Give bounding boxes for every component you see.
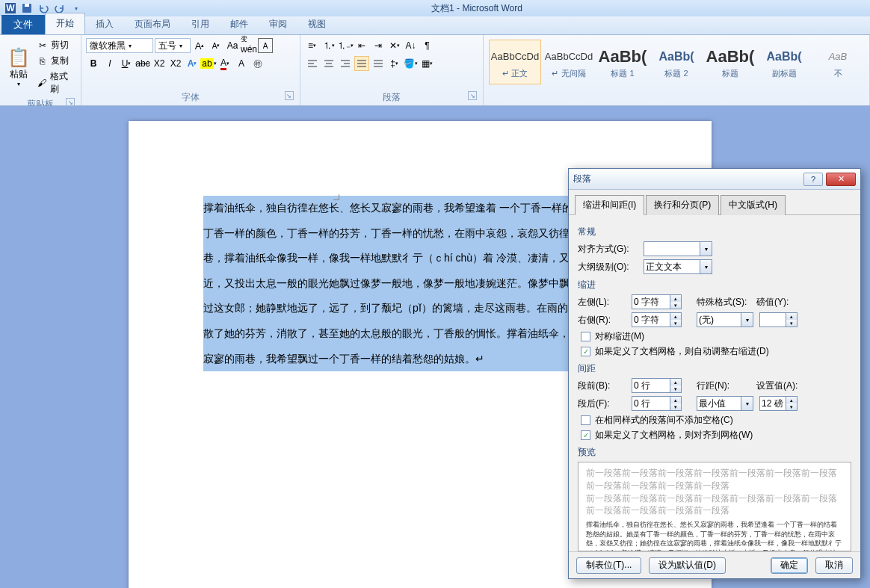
default-button[interactable]: 设为默认值(D) <box>649 557 726 574</box>
after-spin[interactable]: ▴▾ <box>632 396 682 411</box>
up-arrow-icon[interactable]: ▴ <box>670 313 681 320</box>
tab-asian[interactable]: 中文版式(H) <box>721 195 786 215</box>
align-justify-button[interactable] <box>354 56 369 71</box>
down-arrow-icon[interactable]: ▾ <box>670 302 681 309</box>
font-name-combo[interactable]: 微软雅黑▾ <box>86 38 153 53</box>
subscript-button[interactable]: X2 <box>152 56 167 71</box>
phonetic-guide-button[interactable]: 变wén <box>241 38 256 53</box>
underline-button[interactable]: U▾ <box>119 56 134 71</box>
format-painter-button[interactable]: 🖌格式刷 <box>36 69 76 96</box>
at-spin[interactable]: ▴▾ <box>759 396 798 411</box>
char-shading-button[interactable]: A <box>234 56 249 71</box>
asian-layout-button[interactable]: ✕▾ <box>387 38 402 53</box>
enclose-char-button[interactable]: ㊕ <box>250 56 265 71</box>
grow-font-button[interactable]: A▴ <box>192 38 207 53</box>
outline-level-combo[interactable] <box>644 259 700 274</box>
mirror-indent-check[interactable]: 对称缩进(M) <box>581 330 851 343</box>
help-button[interactable]: ? <box>803 173 823 186</box>
down-arrow-icon[interactable]: ▾ <box>670 386 681 392</box>
chevron-down-icon[interactable]: ▾ <box>741 312 753 327</box>
cancel-button[interactable]: 取消 <box>815 557 853 574</box>
dialog-titlebar[interactable]: 段落 ? ✕ <box>569 169 860 190</box>
up-arrow-icon[interactable]: ▴ <box>670 379 681 386</box>
align-right-button[interactable] <box>338 56 353 71</box>
chevron-down-icon[interactable]: ▾ <box>700 241 712 256</box>
font-size-combo[interactable]: 五号▾ <box>155 38 191 53</box>
tab-references[interactable]: 引用 <box>181 14 220 34</box>
italic-button[interactable]: I <box>102 56 117 71</box>
down-arrow-icon[interactable]: ▾ <box>670 320 681 327</box>
tab-home[interactable]: 开始 <box>45 13 85 34</box>
shrink-font-button[interactable]: A▾ <box>209 38 223 53</box>
numbering-button[interactable]: ⒈▾ <box>321 38 336 53</box>
indent-right-spin[interactable]: ▴▾ <box>632 312 682 327</box>
tab-insert[interactable]: 插入 <box>85 14 124 34</box>
borders-button[interactable]: ▦▾ <box>420 56 435 71</box>
auto-adjust-check[interactable]: ✓如果定义了文档网格，则自动调整右缩进(D) <box>581 345 851 358</box>
text-effects-button[interactable]: A▾ <box>185 56 200 71</box>
tab-line-breaks[interactable]: 换行和分页(P) <box>646 195 719 215</box>
down-arrow-icon[interactable]: ▾ <box>786 403 797 410</box>
sort-button[interactable]: A↓ <box>404 38 419 53</box>
up-arrow-icon[interactable]: ▴ <box>670 397 681 403</box>
save-icon[interactable] <box>19 1 34 15</box>
tab-file[interactable]: 文件 <box>1 15 45 34</box>
char-border-button[interactable]: A <box>258 38 273 53</box>
checkbox-icon[interactable] <box>581 332 590 341</box>
bullets-button[interactable]: ≡▾ <box>305 38 320 53</box>
bold-button[interactable]: B <box>86 56 101 71</box>
align-distribute-button[interactable] <box>371 56 386 71</box>
style-item[interactable]: AaBb(副标题 <box>758 40 810 84</box>
chevron-down-icon[interactable]: ▾ <box>700 259 712 274</box>
tab-view[interactable]: 视图 <box>297 14 336 34</box>
checkbox-icon[interactable] <box>581 415 590 425</box>
tab-indent-spacing[interactable]: 缩进和间距(I) <box>575 195 644 215</box>
paragraph-launcher-icon[interactable]: ↘ <box>468 91 477 100</box>
close-button[interactable]: ✕ <box>826 173 856 186</box>
increase-indent-button[interactable]: ⇥ <box>371 38 386 53</box>
line-spacing-button[interactable]: ‡▾ <box>387 56 402 71</box>
superscript-button[interactable]: X2 <box>168 56 183 71</box>
tab-review[interactable]: 审阅 <box>259 14 297 34</box>
font-launcher-icon[interactable]: ↘ <box>285 91 294 100</box>
word-icon[interactable]: W <box>3 1 18 15</box>
tab-layout[interactable]: 页面布局 <box>124 14 181 34</box>
up-arrow-icon[interactable]: ▴ <box>786 397 797 403</box>
align-center-button[interactable] <box>321 56 336 71</box>
shading-button[interactable]: 🪣▾ <box>404 56 419 71</box>
style-item[interactable]: AaBb(标题 1 <box>596 40 649 84</box>
tab-mailings[interactable]: 邮件 <box>220 14 259 34</box>
checkbox-icon[interactable]: ✓ <box>581 430 590 440</box>
multilevel-button[interactable]: ⒈₋▾ <box>338 38 353 53</box>
style-item[interactable]: AaB不 <box>812 40 864 84</box>
style-item[interactable]: AaBbCcDd↵ 无间隔 <box>543 40 595 84</box>
style-item[interactable]: AaBb(标题 <box>704 40 756 84</box>
highlight-button[interactable]: ab▾ <box>201 56 216 71</box>
ok-button[interactable]: 确定 <box>771 557 808 574</box>
decrease-indent-button[interactable]: ⇤ <box>354 38 369 53</box>
strikethrough-button[interactable]: abc <box>135 56 150 71</box>
cut-button[interactable]: ✂剪切 <box>36 38 76 52</box>
style-item[interactable]: AaBb(标题 2 <box>650 40 703 84</box>
copy-button[interactable]: ⎘复制 <box>36 54 76 68</box>
show-marks-button[interactable]: ¶ <box>420 38 435 53</box>
down-arrow-icon[interactable]: ▾ <box>670 403 681 410</box>
before-spin[interactable]: ▴▾ <box>632 378 682 393</box>
paste-button[interactable]: 📋 粘贴 ▾ <box>4 38 33 96</box>
checkbox-icon[interactable]: ✓ <box>581 347 590 356</box>
chevron-down-icon[interactable]: ▾ <box>741 396 753 411</box>
align-left-button[interactable] <box>305 56 320 71</box>
indent-left-spin[interactable]: ▴▾ <box>632 294 682 309</box>
align-combo[interactable] <box>644 241 700 256</box>
line-spacing-combo[interactable] <box>697 396 741 411</box>
style-item[interactable]: AaBbCcDd↵ 正文 <box>489 40 541 84</box>
by-spin[interactable]: ▴▾ <box>759 312 798 327</box>
up-arrow-icon[interactable]: ▴ <box>786 313 797 320</box>
font-color-button[interactable]: A▾ <box>218 56 232 71</box>
change-case-button[interactable]: Aa <box>225 38 240 53</box>
down-arrow-icon[interactable]: ▾ <box>786 320 797 327</box>
special-combo[interactable] <box>697 312 741 327</box>
up-arrow-icon[interactable]: ▴ <box>670 295 681 302</box>
no-space-check[interactable]: 在相同样式的段落间不添加空格(C) <box>581 414 851 427</box>
snap-grid-check[interactable]: ✓如果定义了文档网格，则对齐到网格(W) <box>581 429 851 442</box>
